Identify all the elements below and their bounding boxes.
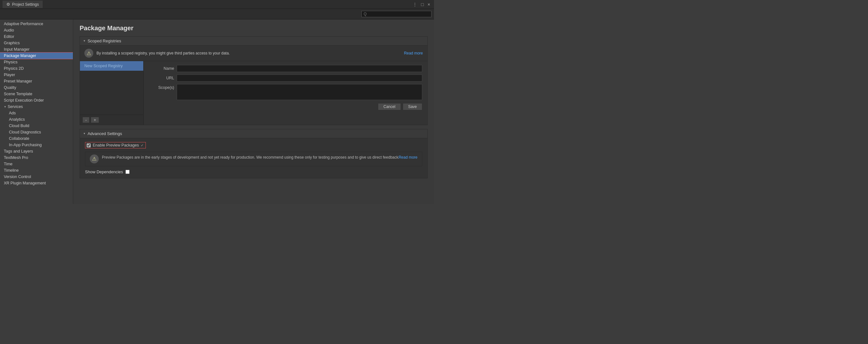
preview-read-more[interactable]: Read more (399, 155, 417, 160)
sidebar-item-tags-and-layers[interactable]: Tags and Layers (0, 148, 73, 155)
save-button[interactable]: Save (403, 103, 422, 110)
search-bar (0, 9, 434, 20)
warning-icon: ⚠ (84, 49, 93, 58)
show-dependencies-row: Show Dependencies (85, 169, 422, 174)
form-row-scopes: Scope(s) (149, 84, 422, 100)
registry-list-item-new[interactable]: New Scoped Registry (80, 61, 143, 71)
sidebar-item-cloud-diagnostics[interactable]: Cloud Diagnostics (0, 129, 73, 135)
sidebar-item-preset-manager[interactable]: Preset Manager (0, 78, 73, 85)
sidebar-section-services[interactable]: ▼ Services (0, 103, 73, 110)
scopes-textarea[interactable] (177, 84, 422, 100)
sidebar-item-audio[interactable]: Audio (0, 27, 73, 33)
advanced-settings-body: Enable Preview Packages ✓ ⚠ Preview Pack… (80, 138, 427, 178)
registry-list-panel: New Scoped Registry - + (80, 61, 144, 125)
sidebar-item-cloud-build[interactable]: Cloud Build (0, 123, 73, 129)
sidebar-item-script-execution-order[interactable]: Script Execution Order (0, 97, 73, 103)
advanced-settings-section: ▼ Advanced Settings Enable Preview Packa… (80, 129, 428, 178)
sidebar-item-quality[interactable]: Quality (0, 85, 73, 91)
search-input[interactable] (362, 11, 431, 17)
form-controls: Cancel Save (149, 103, 422, 110)
warning-text: By installing a scoped registry, you mig… (96, 51, 230, 55)
show-dependencies-checkbox[interactable] (125, 170, 130, 174)
sidebar-item-collaborate[interactable]: Collaborate (0, 135, 73, 142)
sidebar-item-player[interactable]: Player (0, 72, 73, 78)
more-options-icon[interactable]: ⋮ (411, 1, 418, 8)
registry-form: Name URL Scope(s) Cancel (144, 61, 427, 125)
name-input[interactable] (177, 65, 422, 72)
sidebar-item-scene-template[interactable]: Scene Template (0, 91, 73, 97)
page-title: Package Manager (80, 25, 428, 32)
sidebar-item-time[interactable]: Time (0, 161, 73, 167)
title-bar-controls: ⋮ □ × (411, 1, 431, 8)
registry-layout: New Scoped Registry - + Name (80, 61, 427, 125)
triangle-icon: ▼ (4, 105, 6, 108)
scoped-registries-title: Scoped Registries (88, 38, 121, 43)
enable-preview-row: Enable Preview Packages ✓ (85, 142, 422, 149)
section-collapse-icon[interactable]: ▼ (83, 39, 86, 42)
cancel-button[interactable]: Cancel (378, 103, 401, 110)
title-bar-tab: ⚙ Project Settings (3, 1, 43, 8)
sidebar-item-package-manager[interactable]: Package Manager (0, 53, 73, 59)
sidebar-item-adaptive-performance[interactable]: Adaptive Performance (0, 21, 73, 27)
title-bar-label: Project Settings (12, 2, 39, 7)
maximize-icon[interactable]: □ (420, 1, 425, 8)
title-bar: ⚙ Project Settings ⋮ □ × (0, 0, 434, 9)
enable-preview-checkbox[interactable] (87, 143, 91, 148)
sidebar-item-textmesh-pro[interactable]: TextMesh Pro (0, 155, 73, 161)
preview-warning-bar: ⚠ Preview Packages are in the early stag… (85, 152, 422, 166)
sidebar-item-xr-plugin-management[interactable]: XR Plugin Management (0, 180, 73, 186)
main-layout: Adaptive Performance Audio Editor Graphi… (0, 20, 434, 204)
checkmark-icon: ✓ (141, 143, 144, 148)
close-icon[interactable]: × (426, 1, 431, 8)
preview-warning-icon: ⚠ (90, 155, 99, 163)
form-row-url: URL (149, 74, 422, 82)
advanced-settings-header: ▼ Advanced Settings (80, 129, 427, 138)
sidebar-item-in-app-purchasing[interactable]: In-App Purchasing (0, 142, 73, 148)
url-label: URL (149, 76, 174, 80)
name-label: Name (149, 66, 174, 71)
sidebar-item-version-control[interactable]: Version Control (0, 174, 73, 180)
registry-list-controls: - + (80, 115, 143, 125)
advanced-collapse-icon[interactable]: ▼ (83, 132, 86, 135)
sidebar-item-physics-2d[interactable]: Physics 2D (0, 65, 73, 72)
sidebar-item-editor[interactable]: Editor (0, 33, 73, 40)
content-area: Package Manager ▼ Scoped Registries ⚠ By… (73, 20, 434, 204)
sidebar-item-graphics[interactable]: Graphics (0, 40, 73, 46)
sidebar-item-timeline[interactable]: Timeline (0, 167, 73, 174)
sidebar-item-physics[interactable]: Physics (0, 59, 73, 65)
scoped-registries-read-more[interactable]: Read more (404, 51, 423, 55)
form-row-name: Name (149, 65, 422, 72)
scoped-registries-body: ⚠ By installing a scoped registry, you m… (80, 45, 427, 125)
preview-warning-text: Preview Packages are in the early stages… (102, 155, 399, 160)
sidebar-item-ads[interactable]: Ads (0, 110, 73, 116)
scoped-registries-header: ▼ Scoped Registries (80, 37, 427, 45)
url-input[interactable] (177, 74, 422, 82)
enable-preview-checkbox-wrapper: Enable Preview Packages ✓ (85, 142, 146, 149)
sidebar-item-input-manager[interactable]: Input Manager (0, 46, 73, 53)
scoped-registries-warning: ⚠ By installing a scoped registry, you m… (80, 45, 427, 61)
sidebar: Adaptive Performance Audio Editor Graphi… (0, 20, 73, 204)
remove-registry-button[interactable]: - (83, 117, 90, 123)
scoped-registries-section: ▼ Scoped Registries ⚠ By installing a sc… (80, 36, 428, 125)
add-registry-button[interactable]: + (91, 117, 99, 123)
scopes-label: Scope(s) (149, 85, 174, 90)
gear-icon: ⚙ (6, 2, 10, 7)
enable-preview-label: Enable Preview Packages (93, 143, 139, 148)
sidebar-item-analytics[interactable]: Analytics (0, 116, 73, 123)
advanced-settings-title: Advanced Settings (88, 131, 122, 136)
show-dependencies-label: Show Dependencies (85, 169, 123, 174)
